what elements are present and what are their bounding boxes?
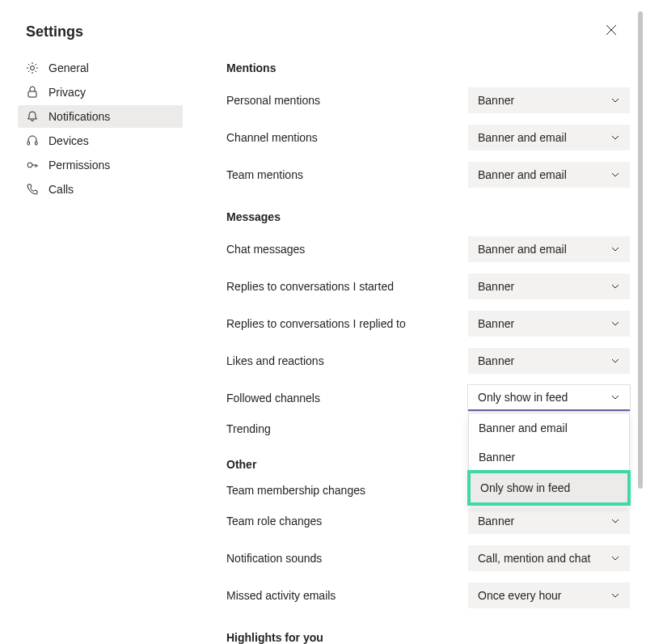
sidebar-item-general[interactable]: General <box>18 57 183 79</box>
dropdown-followed-channels[interactable]: Only show in feed Banner and email Banne… <box>468 385 630 411</box>
sidebar-item-privacy[interactable]: Privacy <box>18 81 183 104</box>
setting-label: Missed activity emails <box>226 589 468 602</box>
close-icon <box>606 24 617 38</box>
setting-row: Team role changes Banner <box>226 508 630 534</box>
key-icon <box>26 159 39 172</box>
dropdown-value: Banner <box>478 515 514 527</box>
dropdown-value: Banner <box>478 280 514 293</box>
setting-label: Personal mentions <box>226 94 468 107</box>
close-button[interactable] <box>602 21 620 42</box>
setting-label: Chat messages <box>226 243 468 256</box>
dropdown-value: Only show in feed <box>478 391 568 404</box>
settings-main: Mentions Personal mentions Banner Channe… <box>183 57 646 644</box>
lock-icon <box>26 86 39 99</box>
dropdown-value: Call, mention and chat <box>478 552 590 565</box>
setting-label: Team mentions <box>226 168 468 181</box>
dropdown-replies-started[interactable]: Banner <box>468 273 630 299</box>
chevron-down-icon <box>610 95 620 105</box>
chevron-down-icon <box>610 244 620 254</box>
sidebar-item-label: Privacy <box>49 86 86 99</box>
setting-row: Replies to conversations I replied to Ba… <box>226 311 630 337</box>
dropdown-chat-messages[interactable]: Banner and email <box>468 236 630 262</box>
chevron-down-icon <box>610 356 620 366</box>
chevron-down-icon <box>610 392 620 402</box>
setting-row: Followed channels Only show in feed Bann… <box>226 385 630 411</box>
chevron-down-icon <box>610 282 620 291</box>
dropdown-personal-mentions[interactable]: Banner <box>468 87 630 113</box>
dropdown-value: Once every hour <box>478 589 562 602</box>
setting-label: Notification sounds <box>226 552 468 565</box>
dropdown-value: Banner and email <box>478 168 567 181</box>
setting-label: Likes and reactions <box>226 354 468 367</box>
setting-label: Followed channels <box>226 392 468 405</box>
sidebar-item-devices[interactable]: Devices <box>18 129 183 152</box>
sidebar-item-label: Permissions <box>49 159 110 172</box>
settings-sidebar: General Privacy Notifications Devices Pe… <box>18 57 183 644</box>
chevron-down-icon <box>610 591 620 600</box>
sidebar-item-notifications[interactable]: Notifications <box>18 105 183 128</box>
dropdown-value: Banner and email <box>478 131 567 144</box>
page-title: Settings <box>26 23 83 40</box>
settings-header: Settings <box>0 0 646 57</box>
setting-row: Replies to conversations I started Banne… <box>226 273 630 299</box>
setting-label: Team role changes <box>226 515 468 527</box>
dropdown-team-mentions[interactable]: Banner and email <box>468 162 630 188</box>
dropdown-missed-activity-emails[interactable]: Once every hour <box>468 583 630 608</box>
chevron-down-icon <box>610 516 620 526</box>
setting-label: Replies to conversations I replied to <box>226 317 468 330</box>
sidebar-item-label: General <box>49 61 89 74</box>
setting-label: Channel mentions <box>226 131 468 144</box>
svg-rect-3 <box>36 142 38 145</box>
chevron-down-icon <box>610 133 620 142</box>
setting-row: Team mentions Banner and email <box>226 162 630 188</box>
chevron-down-icon <box>610 170 620 180</box>
section-title-messages: Messages <box>226 210 630 223</box>
gear-icon <box>26 61 39 74</box>
dropdown-team-role-changes[interactable]: Banner <box>468 508 630 534</box>
sidebar-item-label: Calls <box>49 183 74 196</box>
section-title-highlights: Highlights for you <box>226 631 630 644</box>
headset-icon <box>26 134 39 147</box>
dropdown-value: Banner <box>478 317 514 330</box>
svg-rect-2 <box>27 142 30 145</box>
phone-icon <box>26 183 39 196</box>
setting-row: Chat messages Banner and email <box>226 236 630 262</box>
section-title-mentions: Mentions <box>226 61 630 74</box>
chevron-down-icon <box>610 553 620 563</box>
chevron-down-icon <box>610 319 620 328</box>
bell-icon <box>26 110 39 123</box>
dropdown-value: Banner <box>478 94 514 107</box>
dropdown-option-banner-email[interactable]: Banner and email <box>469 413 629 443</box>
dropdown-menu: Banner and email Banner Only show in fee… <box>468 413 630 505</box>
dropdown-channel-mentions[interactable]: Banner and email <box>468 125 630 150</box>
dropdown-replies-replied[interactable]: Banner <box>468 311 630 337</box>
dropdown-option-banner[interactable]: Banner <box>469 443 629 472</box>
sidebar-item-label: Notifications <box>49 110 110 123</box>
setting-row: Missed activity emails Once every hour <box>226 583 630 608</box>
sidebar-item-label: Devices <box>49 134 89 147</box>
dropdown-notification-sounds[interactable]: Call, mention and chat <box>468 545 630 571</box>
svg-rect-1 <box>28 91 36 97</box>
dropdown-value: Banner <box>478 354 514 367</box>
sidebar-item-permissions[interactable]: Permissions <box>18 154 183 176</box>
settings-body: General Privacy Notifications Devices Pe… <box>0 57 646 644</box>
setting-row: Likes and reactions Banner <box>226 348 630 374</box>
setting-row: Channel mentions Banner and email <box>226 125 630 150</box>
sidebar-item-calls[interactable]: Calls <box>18 178 183 201</box>
svg-point-0 <box>31 66 35 70</box>
dropdown-value: Banner and email <box>478 243 567 256</box>
setting-label: Replies to conversations I started <box>226 280 468 293</box>
scrollbar[interactable] <box>638 11 643 489</box>
svg-point-4 <box>27 163 32 167</box>
dropdown-likes-reactions[interactable]: Banner <box>468 348 630 374</box>
setting-row: Personal mentions Banner <box>226 87 630 113</box>
dropdown-option-only-show-in-feed[interactable]: Only show in feed <box>467 470 631 506</box>
setting-row: Notification sounds Call, mention and ch… <box>226 545 630 571</box>
